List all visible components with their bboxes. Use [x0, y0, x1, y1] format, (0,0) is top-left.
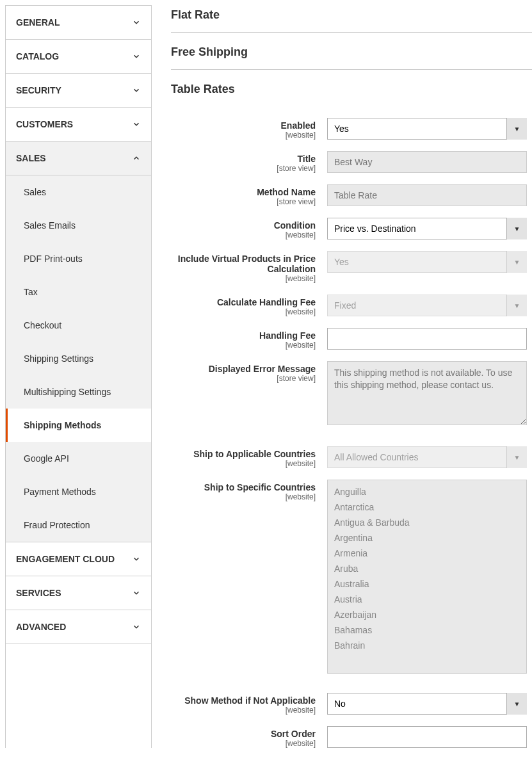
sidebar-item-fraud-protection[interactable]: Fraud Protection [6, 508, 151, 542]
field-method-name: Method Name [store view] [171, 184, 532, 206]
nav-section-label: ENGAGEMENT CLOUD [16, 554, 115, 564]
title-label: Title [171, 154, 316, 164]
condition-label: Condition [171, 220, 316, 231]
nav-section-engagement-cloud[interactable]: ENGAGEMENT CLOUD [6, 542, 151, 576]
field-title: Title [store view] [171, 151, 532, 173]
nav-section-security[interactable]: SECURITY [6, 74, 151, 108]
include-virtual-select[interactable]: Yes [327, 251, 527, 273]
method-name-label: Method Name [171, 187, 316, 197]
error-msg-scope: [store view] [171, 374, 316, 383]
ship-specific-label: Ship to Specific Countries [171, 482, 316, 492]
nav-sublist-sales: Sales Sales Emails PDF Print-outs Tax Ch… [6, 175, 151, 542]
field-handling-fee: Handling Fee [website] [171, 328, 532, 350]
chevron-down-icon [132, 622, 141, 631]
handling-fee-scope: [website] [171, 341, 316, 350]
nav-section-general[interactable]: GENERAL [6, 6, 151, 40]
error-msg-textarea[interactable]: This shipping method is not available. T… [327, 361, 527, 425]
field-ship-applicable: Ship to Applicable Countries [website] A… [171, 446, 532, 468]
chevron-down-icon [132, 555, 141, 563]
field-sort-order: Sort Order [website] [171, 726, 532, 748]
chevron-down-icon [132, 18, 141, 27]
method-name-input[interactable] [327, 184, 527, 206]
country-option[interactable]: Azerbaijan [333, 607, 521, 622]
section-free-shipping[interactable]: Free Shipping [171, 33, 532, 70]
country-option[interactable]: Armenia [333, 546, 521, 561]
chevron-up-icon [132, 154, 141, 163]
nav-section-services[interactable]: SERVICES [6, 576, 151, 610]
nav-section-catalog[interactable]: CATALOG [6, 40, 151, 74]
nav-section-label: SALES [16, 153, 46, 163]
ship-specific-multiselect[interactable]: AnguillaAntarcticaAntigua & BarbudaArgen… [327, 480, 527, 674]
country-option[interactable]: Bahamas [333, 622, 521, 638]
sidebar-item-shipping-settings[interactable]: Shipping Settings [6, 342, 151, 375]
enabled-label: Enabled [171, 120, 316, 131]
sort-order-label: Sort Order [171, 729, 316, 739]
sidebar-item-multishipping-settings[interactable]: Multishipping Settings [6, 375, 151, 409]
sidebar-item-sales-emails[interactable]: Sales Emails [6, 209, 151, 242]
title-input[interactable] [327, 151, 527, 173]
field-include-virtual: Include Virtual Products in Price Calcul… [171, 251, 532, 283]
nav-section-label: ADVANCED [16, 622, 66, 632]
calc-handling-scope: [website] [171, 307, 316, 316]
sort-order-input[interactable] [327, 726, 527, 748]
chevron-down-icon [132, 588, 141, 597]
field-show-method: Show Method if Not Applicable [website] … [171, 693, 532, 715]
sidebar-item-tax[interactable]: Tax [6, 275, 151, 309]
section-flat-rate[interactable]: Flat Rate [171, 5, 532, 33]
field-error-msg: Displayed Error Message [store view] Thi… [171, 361, 532, 427]
config-sidebar: GENERAL CATALOG SECURITY CUSTOMERS SALES… [5, 5, 152, 748]
nav-section-label: CATALOG [16, 51, 59, 61]
sidebar-item-shipping-methods[interactable]: Shipping Methods [6, 409, 151, 442]
section-table-rates[interactable]: Table Rates [171, 70, 532, 106]
show-method-select[interactable]: No [327, 693, 527, 715]
include-virtual-label: Include Virtual Products in Price Calcul… [171, 254, 316, 274]
handling-fee-input[interactable] [327, 328, 527, 350]
config-main: Flat Rate Free Shipping Table Rates Enab… [152, 5, 532, 748]
nav-section-sales[interactable]: SALES [6, 142, 151, 175]
calc-handling-label: Calculate Handling Fee [171, 297, 316, 307]
country-option[interactable]: Antigua & Barbuda [333, 515, 521, 530]
enabled-select[interactable]: Yes [327, 118, 527, 140]
field-ship-specific: Ship to Specific Countries [website] Ang… [171, 480, 532, 674]
country-option[interactable]: Austria [333, 592, 521, 607]
country-option[interactable]: Bahrain [333, 638, 521, 653]
sidebar-item-google-api[interactable]: Google API [6, 442, 151, 475]
sort-order-scope: [website] [171, 739, 316, 748]
field-condition: Condition [website] Price vs. Destinatio… [171, 218, 532, 239]
nav-section-label: SECURITY [16, 85, 61, 95]
ship-applicable-select[interactable]: All Allowed Countries [327, 446, 527, 468]
ship-applicable-scope: [website] [171, 459, 316, 468]
chevron-down-icon [132, 120, 141, 129]
nav-section-label: SERVICES [16, 588, 61, 598]
country-option[interactable]: Australia [333, 576, 521, 592]
include-virtual-scope: [website] [171, 274, 316, 283]
sidebar-item-checkout[interactable]: Checkout [6, 309, 151, 342]
error-msg-label: Displayed Error Message [171, 364, 316, 374]
title-scope: [store view] [171, 164, 316, 173]
chevron-down-icon [132, 52, 141, 61]
sidebar-item-payment-methods[interactable]: Payment Methods [6, 475, 151, 508]
calc-handling-select[interactable]: Fixed [327, 295, 527, 316]
field-enabled: Enabled [website] Yes ▼ [171, 118, 532, 140]
sidebar-item-sales[interactable]: Sales [6, 175, 151, 209]
sidebar-item-pdf-printouts[interactable]: PDF Print-outs [6, 242, 151, 275]
country-option[interactable]: Antarctica [333, 499, 521, 515]
chevron-down-icon [132, 86, 141, 95]
enabled-scope: [website] [171, 131, 316, 140]
condition-select[interactable]: Price vs. Destination [327, 218, 527, 239]
ship-specific-scope: [website] [171, 492, 316, 501]
ship-applicable-label: Ship to Applicable Countries [171, 449, 316, 459]
nav-section-advanced[interactable]: ADVANCED [6, 610, 151, 644]
nav-section-customers[interactable]: CUSTOMERS [6, 108, 151, 142]
show-method-label: Show Method if Not Applicable [171, 695, 316, 706]
method-name-scope: [store view] [171, 197, 316, 206]
nav-section-label: CUSTOMERS [16, 119, 73, 129]
condition-scope: [website] [171, 231, 316, 239]
field-calc-handling: Calculate Handling Fee [website] Fixed ▼ [171, 295, 532, 316]
show-method-scope: [website] [171, 706, 316, 715]
country-option[interactable]: Aruba [333, 561, 521, 576]
nav-section-label: GENERAL [16, 17, 60, 28]
country-option[interactable]: Argentina [333, 530, 521, 546]
handling-fee-label: Handling Fee [171, 330, 316, 341]
country-option[interactable]: Anguilla [333, 484, 521, 499]
